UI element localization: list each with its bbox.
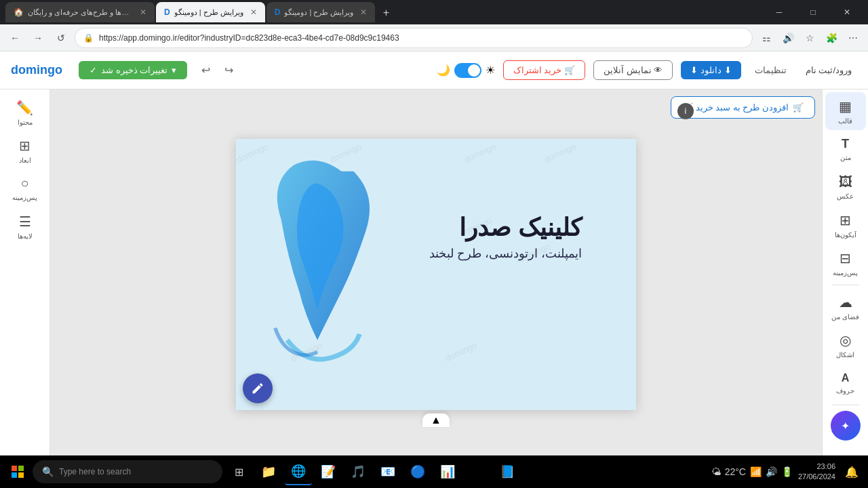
browser-more-button[interactable]: ⋯ — [844, 28, 863, 47]
tray-datetime[interactable]: 23:06 27/06/2024 — [798, 462, 835, 483]
taskbar-app7[interactable]: 🔵 — [404, 458, 431, 485]
info-icon[interactable]: i — [677, 103, 694, 119]
background-label: پس‌زمینه — [833, 269, 858, 277]
cart-icon: 🛒 — [793, 102, 804, 113]
download-icon: ⬇ — [690, 65, 698, 75]
taskbar-app8[interactable]: 📊 — [434, 458, 461, 485]
address-bar[interactable]: 🔒 https://app.domingo.ir/editor?industry… — [75, 28, 753, 48]
sun-icon: ☀ — [486, 64, 495, 77]
sidebar-tool-shapes[interactable]: ◎ اشکال — [825, 326, 866, 364]
refresh-button[interactable]: ↺ — [52, 28, 71, 47]
sidebar-tool-text[interactable]: T متن — [825, 130, 866, 168]
sidebar-tool-background[interactable]: ⊟ پس‌زمینه — [825, 244, 866, 282]
content-label: محتوا — [18, 119, 33, 126]
new-tab-button[interactable]: + — [376, 3, 395, 22]
icons-icon: ⊞ — [840, 212, 851, 228]
photo-icon: 🖼 — [839, 174, 852, 190]
notification-button[interactable]: 🔔 — [841, 461, 863, 483]
sidebar-divider-1 — [832, 285, 859, 285]
shapes-icon: ◎ — [840, 332, 851, 348]
sidebar-tool-icons[interactable]: ⊞ آیکون‌ها — [825, 206, 866, 244]
taskbar-app9[interactable]: 🖊 — [464, 458, 491, 485]
tool-layers[interactable]: ☰ لایه‌ها — [5, 209, 45, 244]
tool-content[interactable]: ✏️ محتوا — [5, 95, 45, 130]
svg-rect-1 — [18, 466, 24, 471]
clinic-name: کلینیک صدرا — [429, 214, 582, 242]
online-view-label: نمایش آنلاین 👁 — [604, 65, 663, 75]
taskbar-mail[interactable]: 📧 — [374, 458, 401, 485]
sidebar-tool-photo[interactable]: 🖼 عکس — [825, 168, 866, 206]
svg-rect-3 — [18, 472, 24, 478]
sidebar-tool-template[interactable]: ▦ قالب — [825, 92, 866, 130]
back-button[interactable]: ← — [5, 28, 24, 47]
save-changes-button[interactable]: ✓ تغییرات ذخیره شد ▾ — [79, 61, 187, 79]
taskbar-app10[interactable]: 📘 — [494, 458, 521, 485]
taskbar-edge[interactable]: 🌐 — [285, 458, 312, 485]
app-launcher-button[interactable]: ⚏ — [757, 28, 776, 47]
ai-icon: ✦ — [841, 420, 850, 432]
redo-button[interactable]: ↪ — [218, 60, 239, 81]
file-explorer-icon: 📁 — [261, 464, 276, 479]
volume-icon: 🔊 — [766, 466, 777, 477]
checkmark-icon: ✓ — [90, 65, 97, 75]
app-header: domingo ✓ تغییرات ذخیره شد ▾ ↩ ↪ 🌙 ☀ خری… — [0, 52, 868, 89]
temp-text: 22°C — [725, 466, 746, 477]
download-button[interactable]: ⬇ دانلود ⬇ — [681, 61, 741, 79]
tool-dimensions[interactable]: ⊞ ابعاد — [5, 133, 45, 168]
minimize-button[interactable]: ─ — [764, 1, 795, 23]
online-view-button[interactable]: نمایش آنلاین 👁 — [593, 60, 673, 80]
undo-button[interactable]: ↩ — [195, 60, 216, 81]
forward-button[interactable]: → — [28, 28, 47, 47]
login-button[interactable]: ورود/ثبت نام — [800, 65, 857, 75]
taskbar-notepad[interactable]: 📝 — [315, 458, 342, 485]
tool-background-left[interactable]: ○ پس‌زمینه — [5, 171, 45, 206]
battery-icon: 🔋 — [781, 466, 793, 477]
app10-icon: 📘 — [500, 464, 515, 479]
toggle-thumb — [468, 64, 480, 77]
toggle-track[interactable] — [454, 63, 481, 78]
fonts-label: حروف — [836, 387, 854, 394]
tab-2-close[interactable]: ✕ — [250, 7, 257, 17]
close-button[interactable]: ✕ — [831, 1, 863, 23]
sidebar-tool-ai[interactable]: ✦ — [831, 411, 861, 441]
sidebar-tool-fonts[interactable]: A حروف — [825, 364, 866, 402]
start-button[interactable] — [5, 460, 30, 484]
app7-icon: 🔵 — [410, 464, 425, 479]
design-canvas[interactable]: domingo domingo domingo domingo domingo … — [236, 139, 636, 410]
text-label: متن — [840, 154, 851, 161]
tab-3-close[interactable]: ✕ — [360, 7, 367, 17]
read-aloud-button[interactable]: 🔊 — [778, 28, 797, 47]
toolbar-right: ⚏ 🔊 ☆ 🧩 ⋯ — [757, 28, 863, 47]
right-sidebar: ▦ قالب T متن 🖼 عکس ⊞ آیکون‌ها ⊟ پس‌زمینه — [822, 89, 868, 488]
canvas-collapse-arrow[interactable]: ▲ — [422, 413, 450, 427]
theme-toggle[interactable]: 🌙 ☀ — [437, 63, 495, 78]
layers-label: لایه‌ها — [18, 232, 33, 240]
browser-tab-2[interactable]: D ویرایش طرح | دومینگو ✕ — [156, 2, 265, 22]
sidebar-tool-myspace[interactable]: ☁ فضای من — [825, 288, 866, 326]
notepad-icon: 📝 — [321, 464, 336, 479]
settings-button[interactable]: تنظیمات — [749, 65, 792, 75]
edge-icon: 🌐 — [291, 464, 306, 479]
extensions-button[interactable]: 🧩 — [822, 28, 841, 47]
fonts-icon: A — [842, 372, 850, 384]
clinic-text-block: کلینیک صدرا ایمپلنت، ارتودنسی، طرح لبخند — [429, 214, 582, 261]
browser-tab-1[interactable]: 🏠 قالب‌ها و طرح‌های حرفه‌ای و رایگان ✕ — [5, 2, 155, 22]
tray-time: 23:06 — [798, 462, 835, 472]
fab-button[interactable] — [243, 373, 273, 403]
tab-3-label: ویرایش طرح | دومینگو — [284, 8, 353, 17]
tray-date: 27/06/2024 — [798, 472, 835, 482]
text-icon: T — [842, 137, 849, 151]
dental-logo — [250, 159, 385, 376]
taskbar-search[interactable]: 🔍 Type here to search — [33, 460, 222, 483]
tab-1-close[interactable]: ✕ — [140, 7, 146, 17]
photo-label: عکس — [837, 192, 854, 200]
subscribe-button[interactable]: خرید اشتراک 🛒 — [503, 60, 585, 80]
tab-1-label: قالب‌ها و طرح‌های حرفه‌ای و رایگان — [28, 8, 133, 17]
taskbar-app5[interactable]: 🎵 — [344, 458, 372, 485]
maximize-button[interactable]: □ — [797, 1, 829, 23]
taskbar-file-explorer[interactable]: 📁 — [255, 458, 282, 485]
favorites-button[interactable]: ☆ — [800, 28, 819, 47]
task-view-button[interactable]: ⊞ — [225, 458, 252, 485]
browser-tab-3[interactable]: D ویرایش طرح | دومینگو ✕ — [267, 2, 376, 22]
window-controls: ─ □ ✕ — [764, 1, 863, 23]
